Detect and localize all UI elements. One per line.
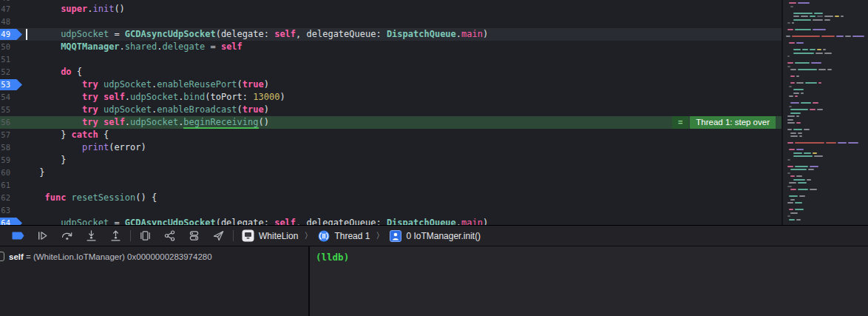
variable-row-self[interactable]: self = (WhiteLion.IoTManager) 0x00000002… [0, 251, 308, 262]
step-out-icon [109, 229, 122, 242]
stack-frame-crumb[interactable]: 0 IoTManager.init() [390, 230, 481, 242]
continue-button[interactable] [30, 227, 55, 244]
token-pl: { [72, 67, 82, 77]
minimap-row [783, 155, 868, 157]
token-kw: try [82, 104, 98, 115]
code-line[interactable]: 50 MQQTManager.shared.delegate = self [0, 41, 781, 53]
gutter[interactable]: 63 [0, 204, 25, 217]
minimap-row [783, 26, 868, 27]
token-pl: . [456, 29, 461, 39]
minimap-bar [789, 2, 796, 4]
simulate-location-button[interactable] [206, 227, 231, 244]
gutter[interactable]: 54 [0, 91, 25, 104]
token-pl [98, 92, 104, 102]
gutter[interactable]: 61 [0, 179, 25, 192]
minimap-bar [795, 62, 810, 64]
code-text: } catch { [25, 129, 109, 141]
line-number: 57 [0, 129, 10, 141]
gutter[interactable]: 55 [0, 104, 25, 116]
minimap-row [783, 99, 868, 101]
token-pl: ( [237, 79, 243, 90]
process-crumb[interactable]: WhiteLion [242, 229, 298, 242]
gutter[interactable]: 52 [0, 66, 25, 78]
minimap-row [783, 169, 868, 170]
minimap-bar [795, 142, 824, 144]
code-line[interactable]: 49 udpSocket = GCDAsyncUdpSocket(delegat… [0, 28, 781, 41]
gutter[interactable]: 51 [0, 53, 25, 66]
code-line[interactable]: 57 } catch { [0, 129, 781, 141]
code-line[interactable]: 56 try self.udpSocket.beginReceiving()=T… [0, 116, 781, 129]
gutter[interactable]: 64 [0, 217, 25, 225]
code-text: udpSocket = GCDAsyncUdpSocket(delegate: … [25, 217, 488, 225]
gutter[interactable]: 50 [0, 41, 25, 53]
token-pl [34, 67, 61, 77]
lldb-console[interactable]: (lldb) [310, 246, 868, 316]
gutter[interactable]: 60 [0, 167, 25, 179]
code-line[interactable]: 58 print(error) [0, 141, 781, 154]
breakpoints-toggle-button[interactable] [6, 227, 30, 244]
minimap-bar [787, 29, 793, 30]
minimap-bar [793, 155, 813, 157]
variables-view[interactable]: self = (WhiteLion.IoTManager) 0x00000002… [0, 246, 310, 316]
minimap[interactable] [781, 0, 868, 225]
variable-name: self [9, 252, 24, 261]
gutter[interactable]: 47 [0, 3, 25, 16]
code-line[interactable]: 52 do { [0, 66, 781, 78]
token-id: delegate [162, 41, 205, 52]
token-id: bind [183, 92, 205, 102]
badge-menu-icon[interactable]: = [672, 116, 688, 129]
gutter[interactable]: 48 [0, 16, 25, 28]
gutter[interactable]: 57 [0, 129, 25, 141]
code-line[interactable]: 54 try self.udpSocket.bind(toPort: 13000… [0, 91, 781, 104]
code-line[interactable]: 53 try udpSocket.enableReusePort(true) [0, 78, 781, 91]
code-text: super.init() [25, 3, 125, 16]
code-line[interactable]: 59 } [0, 154, 781, 167]
step-out-button[interactable] [104, 227, 128, 244]
gutter[interactable]: 49 [0, 28, 25, 41]
code-line[interactable]: 51 [0, 53, 781, 66]
minimap-bar [787, 115, 795, 117]
minimap-row [783, 53, 868, 54]
minimap-row [783, 159, 868, 161]
minimap-row [783, 89, 868, 90]
minimap-bar [852, 36, 864, 37]
gutter[interactable]: 53 [0, 78, 25, 91]
gutter[interactable]: 62 [0, 192, 25, 204]
step-over-button[interactable] [55, 227, 79, 244]
minimap-bar [814, 13, 823, 14]
code-line[interactable]: 64 udpSocket = GCDAsyncUdpSocket(delegat… [0, 217, 781, 225]
gutter[interactable]: 56 [0, 116, 25, 129]
environment-overrides-button[interactable] [182, 227, 206, 244]
token-pl: } [61, 155, 66, 165]
minimap-bar [848, 142, 858, 144]
code-line[interactable]: 55 try udpSocket.enableBroadcast(true) [0, 104, 781, 116]
minimap-bar [841, 16, 844, 17]
code-line[interactable]: 60 } [0, 167, 781, 179]
minimap-row [783, 135, 868, 137]
minimap-row [783, 126, 868, 127]
minimap-row [783, 75, 868, 77]
code-text [25, 16, 34, 28]
minimap-row [783, 69, 868, 70]
minimap-bar [795, 166, 808, 167]
token-fn: init [92, 4, 114, 14]
minimap-bar [801, 16, 808, 17]
code-line[interactable]: 63 [0, 204, 781, 217]
gutter[interactable]: 58 [0, 141, 25, 154]
execution-badge[interactable]: =Thread 1: step over [672, 116, 776, 129]
token-id: udpSocket [104, 104, 152, 115]
minimap-bar [793, 13, 813, 14]
thread-crumb[interactable]: Thread 1 [318, 230, 370, 242]
code-line[interactable]: 48 [0, 16, 781, 28]
code-line[interactable]: 61 [0, 179, 781, 192]
gutter[interactable]: 59 [0, 154, 25, 167]
code-line[interactable]: 47 super.init() [0, 3, 781, 16]
step-into-button[interactable] [79, 227, 104, 244]
minimap-bar [793, 16, 799, 17]
code-pane[interactable]: 4647 super.init()4849 udpSocket = GCDAsy… [0, 0, 781, 225]
view-hierarchy-button[interactable] [133, 227, 157, 244]
code-line[interactable]: 62 func resetSession() { [0, 192, 781, 204]
memory-graph-button[interactable] [157, 227, 182, 244]
token-pl: () [259, 117, 269, 127]
token-ty: GCDAsyncUdpSocket [125, 29, 216, 39]
